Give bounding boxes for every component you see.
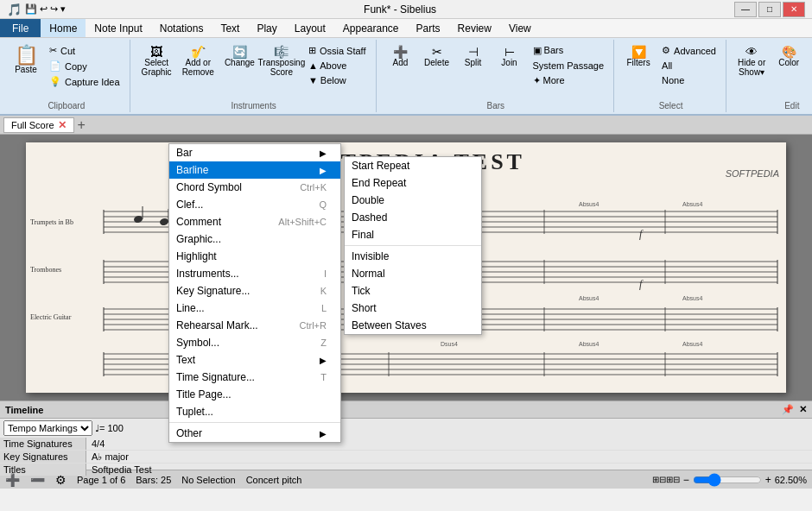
double-item[interactable]: Double	[345, 192, 481, 209]
menu-comment-item[interactable]: Comment Alt+Shift+C	[169, 213, 340, 230]
timeline-pin[interactable]: 📌	[782, 404, 794, 415]
menu-separator	[169, 422, 340, 423]
menu-symbol-item[interactable]: Symbol... Z	[169, 334, 340, 351]
svg-text:Absus4: Absus4	[579, 201, 599, 207]
close-score-tab[interactable]: ✕	[58, 119, 67, 131]
minimize-button[interactable]: —	[734, 2, 757, 17]
add-bar-icon: ➕	[393, 46, 408, 58]
maximize-button[interactable]: □	[758, 2, 781, 17]
bars-toggle-button[interactable]: ▣ Bars	[529, 43, 609, 58]
end-repeat-item[interactable]: End Repeat	[345, 174, 481, 192]
timeline-header-right: 📌 ✕	[782, 404, 807, 415]
menu-review[interactable]: Review	[449, 19, 500, 37]
menu-text[interactable]: Text	[212, 19, 248, 37]
menu-highlight-item[interactable]: Highlight	[169, 248, 340, 265]
menu-appearance[interactable]: Appearance	[334, 19, 408, 37]
zoom-slider[interactable]	[693, 474, 762, 486]
color-button[interactable]: 🎨 Color	[771, 43, 806, 70]
full-score-tab[interactable]: Full Score ✕	[3, 117, 74, 133]
more-button[interactable]: ✦ More	[529, 73, 609, 88]
menu-note-input[interactable]: Note Input	[86, 19, 150, 37]
window-title: Funk* - Sibelius	[66, 3, 734, 16]
menu-time-signature-item[interactable]: Time Signature... T	[169, 369, 340, 386]
timeline-close[interactable]: ✕	[799, 404, 807, 415]
menu-play[interactable]: Play	[248, 19, 285, 37]
ossia-staff-button[interactable]: ⊞ Ossia Staff	[304, 43, 371, 58]
menu-graphic-item[interactable]: Graphic...	[169, 230, 340, 248]
svg-text:Absus4: Absus4	[579, 341, 599, 347]
bars-label: Bars	[487, 99, 505, 110]
split-icon: ⊣	[468, 46, 479, 58]
add-score-tab[interactable]: +	[78, 117, 86, 133]
menu-home[interactable]: Home	[41, 19, 86, 37]
short-item[interactable]: Short	[345, 300, 481, 317]
above-button[interactable]: ▲ Above	[304, 59, 371, 73]
menu-chord-symbol-item[interactable]: Chord Symbol Ctrl+K	[169, 179, 340, 196]
delete-bar-button[interactable]: ✂ Delete	[420, 43, 454, 70]
title-bar-left: 🎵 💾 ↩ ↪ ▾	[7, 3, 66, 16]
all-button[interactable]: All	[657, 59, 720, 73]
invisible-item[interactable]: Invisible	[345, 248, 481, 265]
join-button[interactable]: ⊢ Join	[492, 43, 527, 70]
capture-idea-button[interactable]: 💡 Capture Idea	[45, 74, 124, 89]
menu-clef-item[interactable]: Clef... Q	[169, 196, 340, 213]
add-bar-button[interactable]: ➕ Add	[384, 43, 418, 70]
menu-bar-item[interactable]: Bar ▶	[169, 144, 340, 161]
menu-file[interactable]: File	[0, 19, 41, 37]
join-icon: ⊢	[504, 46, 515, 58]
menu-instruments-item[interactable]: Instruments... I	[169, 265, 340, 282]
dashed-item[interactable]: Dashed	[345, 209, 481, 226]
start-repeat-item[interactable]: Start Repeat	[345, 157, 481, 174]
final-item[interactable]: Final	[345, 226, 481, 243]
menu-parts[interactable]: Parts	[408, 19, 449, 37]
change-button[interactable]: 🔄 Change	[220, 43, 259, 70]
tick-item[interactable]: Tick	[345, 282, 481, 300]
ribbon-group-edit: 👁 Hide or Show▾ 🎨 Color Go To ▾ 🔍 Find ⇅…	[728, 40, 812, 112]
filters-button[interactable]: 🔽 Filters	[621, 43, 656, 70]
split-button[interactable]: ⊣ Split	[456, 43, 491, 70]
hide-show-icon: 👁	[745, 46, 758, 58]
menu-line-item[interactable]: Line... L	[169, 300, 340, 317]
svg-text:Absus4: Absus4	[682, 295, 702, 301]
paste-button[interactable]: 📋 Paste	[9, 43, 43, 77]
concert-pitch[interactable]: Concert pitch	[246, 475, 302, 485]
copy-button[interactable]: 📄 Copy	[45, 59, 124, 73]
menu-key-signature-item[interactable]: Key Signature... K	[169, 282, 340, 300]
capture-icon: 💡	[49, 76, 61, 87]
goto-button[interactable]: Go To ▾	[808, 43, 812, 58]
sheet-area: SOFTPEDIA TEST SOFTPEDIA Trumpets in Bb …	[0, 135, 812, 401]
zoom-in-button[interactable]: +	[765, 474, 771, 486]
flip-button[interactable]: ⇅ Flip	[808, 74, 812, 89]
bars-content: ➕ Add ✂ Delete ⊣ Split ⊢ Join ▣ Bars Sys…	[384, 41, 609, 99]
transposing-score-button[interactable]: 🎼 Transposing Score	[261, 43, 302, 79]
gear-icon[interactable]: ⚙	[55, 473, 67, 487]
add-icon[interactable]: ➕	[5, 473, 20, 487]
menu-layout[interactable]: Layout	[286, 19, 334, 37]
menu-tuplet-item[interactable]: Tuplet...	[169, 403, 340, 420]
minus-icon[interactable]: ➖	[30, 473, 45, 487]
title-bar: 🎵 💾 ↩ ↪ ▾ Funk* - Sibelius — □ ✕	[0, 0, 812, 19]
menu-title-page-item[interactable]: Title Page...	[169, 386, 340, 403]
zoom-out-button[interactable]: −	[683, 474, 689, 486]
tempo-markings-dropdown[interactable]: Tempo Markings	[3, 420, 92, 436]
menu-notations[interactable]: Notations	[151, 19, 213, 37]
menu-rehearsal-mark-item[interactable]: Rehearsal Mark... Ctrl+R	[169, 317, 340, 334]
below-button[interactable]: ▼ Below	[304, 73, 371, 87]
menu-text-item[interactable]: Text ▶	[169, 351, 340, 369]
menu-other-item[interactable]: Other ▶	[169, 425, 340, 442]
system-passage-button[interactable]: System Passage	[529, 59, 609, 73]
advanced-filter-button[interactable]: ⚙ Advanced	[657, 43, 720, 58]
select-graphic-button[interactable]: 🖼 Select Graphic	[137, 43, 176, 79]
close-button[interactable]: ✕	[783, 2, 805, 17]
cut-button[interactable]: ✂ Cut	[45, 43, 124, 58]
hide-show-button[interactable]: 👁 Hide or Show▾	[733, 43, 770, 79]
menu-barline-item[interactable]: Barline ▶	[169, 161, 340, 179]
menu-view[interactable]: View	[500, 19, 540, 37]
normal-item[interactable]: Normal	[345, 265, 481, 282]
none-button[interactable]: None	[657, 73, 720, 87]
svg-text:Absus4: Absus4	[682, 201, 702, 207]
find-button[interactable]: 🔍 Find	[808, 59, 812, 73]
add-remove-button[interactable]: 🎷 Add or Remove	[178, 43, 219, 79]
delete-bar-icon: ✂	[432, 46, 442, 58]
between-staves-item[interactable]: Between Staves	[345, 317, 481, 334]
